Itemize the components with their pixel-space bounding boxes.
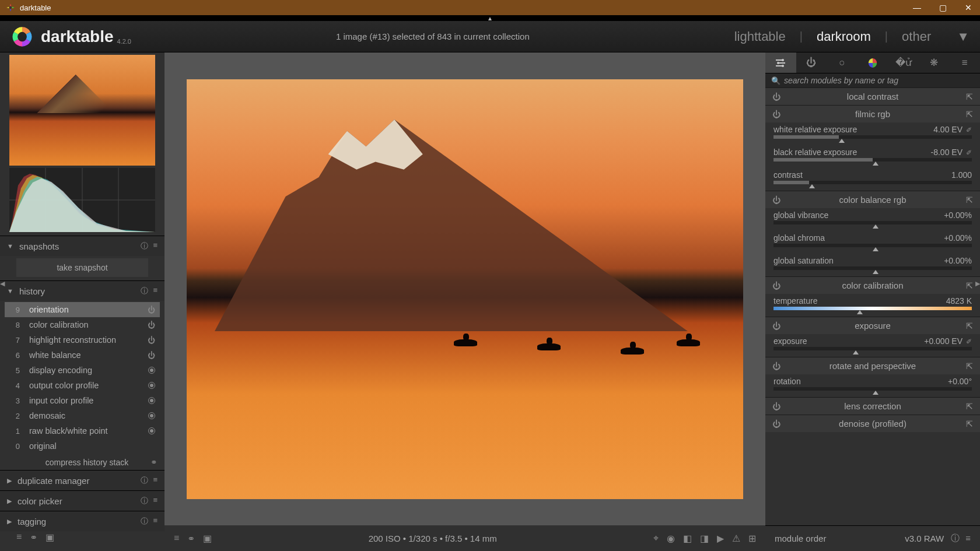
slider-black-exposure[interactable]: black relative exposure-8.00 EV✐ xyxy=(765,145,980,168)
history-item[interactable]: 6white balance⏻ xyxy=(5,348,160,363)
close-button[interactable]: ✕ xyxy=(963,3,974,12)
power-icon[interactable]: ⏻ xyxy=(148,321,155,329)
history-item[interactable]: 8color calibration⏻ xyxy=(5,317,160,332)
power-icon[interactable]: ⏻ xyxy=(772,362,784,371)
power-icon[interactable]: ⏻ xyxy=(148,351,155,360)
slider-global-saturation[interactable]: global saturation+0.00% xyxy=(765,254,980,276)
expand-icon[interactable]: ⇱ xyxy=(961,419,973,429)
history-item[interactable]: 1raw black/white point xyxy=(5,423,160,438)
slider-exposure[interactable]: exposure+0.000 EV✐ xyxy=(765,334,980,357)
presets-icon[interactable]: ≡ xyxy=(153,241,158,251)
presets-icon[interactable]: ≡ xyxy=(174,533,179,544)
maximize-button[interactable]: ▢ xyxy=(937,3,949,12)
tab-active[interactable]: ⏻ xyxy=(796,52,827,73)
history-item[interactable]: 2demosaic xyxy=(5,408,160,423)
duplicate-manager-header[interactable]: ▶ duplicate manager ⓘ≡ xyxy=(0,471,164,490)
module-denoise-profiled[interactable]: ⏻ denoise (profiled) ⇱ xyxy=(765,415,980,432)
left-panel-collapse[interactable]: ◀ xyxy=(0,280,5,287)
reset-icon[interactable]: ⓘ xyxy=(141,475,148,486)
tab-color[interactable] xyxy=(858,52,888,73)
snapshots-header[interactable]: ▼ snapshots ⓘ≡ xyxy=(0,236,164,256)
history-item[interactable]: 9orientation⏻ xyxy=(5,302,160,317)
module-filmic-rgb[interactable]: ⏻ filmic rgb ⇱ xyxy=(765,106,980,122)
slider-global-chroma[interactable]: global chroma+0.00% xyxy=(765,231,980,254)
history-item[interactable]: 0original xyxy=(5,438,160,454)
power-icon[interactable]: ⏻ xyxy=(772,419,784,429)
power-icon[interactable]: ⏻ xyxy=(772,92,784,101)
module-local-contrast[interactable]: ⏻ local contrast ⇱ xyxy=(765,88,980,105)
reset-icon[interactable]: ⓘ xyxy=(141,516,148,527)
reset-icon[interactable]: ⓘ xyxy=(951,533,960,544)
eyedropper-icon[interactable]: ✐ xyxy=(966,126,972,134)
tab-correct[interactable]: �ử xyxy=(888,52,919,73)
power-icon[interactable]: ⏻ xyxy=(772,195,784,205)
eyedropper-icon[interactable]: ✐ xyxy=(966,149,972,157)
slider-global-vibrance[interactable]: global vibrance+0.00% xyxy=(765,208,980,231)
module-exposure[interactable]: ⏻ exposure ⇱ xyxy=(765,317,980,334)
tab-base[interactable]: ○ xyxy=(827,52,858,73)
overexposed-icon[interactable]: ◧ xyxy=(683,533,692,544)
expand-icon[interactable]: ⇱ xyxy=(961,110,973,119)
iso-icon[interactable]: ◉ xyxy=(667,533,675,544)
reset-icon[interactable]: ⓘ xyxy=(141,496,148,506)
eyedropper-icon[interactable]: ✐ xyxy=(966,338,972,346)
reset-icon[interactable]: ⓘ xyxy=(141,241,148,251)
history-item[interactable]: 7highlight reconstruction⏻ xyxy=(5,332,160,348)
slider-contrast[interactable]: contrast1.000 xyxy=(765,168,980,191)
right-panel-collapse[interactable]: ▶ xyxy=(975,280,980,287)
power-icon[interactable]: ⏻ xyxy=(148,306,155,314)
slider-white-exposure[interactable]: white relative exposure4.00 EV✐ xyxy=(765,122,980,145)
module-color-calibration[interactable]: ⏻ color calibration ⇱ xyxy=(765,277,980,294)
expand-icon[interactable]: ⇱ xyxy=(961,362,973,371)
nav-other[interactable]: other xyxy=(902,29,931,44)
expand-icon[interactable]: ⇱ xyxy=(961,321,973,331)
presets-icon[interactable]: ≡ xyxy=(153,286,158,296)
compress-history-button[interactable]: compress history stack ⚭ xyxy=(0,455,164,470)
expand-icon[interactable]: ⇱ xyxy=(961,281,973,290)
power-icon[interactable]: ⏻ xyxy=(772,321,784,331)
styles-icon[interactable]: ⚭ xyxy=(30,532,37,543)
presets-icon[interactable]: ≡ xyxy=(153,475,158,486)
nav-dropdown-icon[interactable]: ▼ xyxy=(957,29,970,44)
module-lens-correction[interactable]: ⏻ lens correction ⇱ xyxy=(765,398,980,415)
module-search[interactable]: 🔍 search modules by name or tag xyxy=(765,73,980,87)
histogram[interactable] xyxy=(9,168,155,232)
presets-icon[interactable]: ≡ xyxy=(153,496,158,506)
tab-quick-access[interactable] xyxy=(765,52,796,73)
color-picker-header[interactable]: ▶ color picker ⓘ≡ xyxy=(0,491,164,511)
quick-access-icon[interactable]: ≡ xyxy=(16,532,22,543)
power-icon[interactable]: ⏻ xyxy=(772,402,784,411)
history-item[interactable]: 3input color profile xyxy=(5,393,160,408)
raw-overexposed-icon[interactable]: ◨ xyxy=(700,533,709,544)
module-order-footer[interactable]: module order v3.0 RAW ⓘ≡ xyxy=(765,525,980,551)
styles-icon[interactable]: ⚭ xyxy=(150,458,158,467)
softproof-icon[interactable]: ▶ xyxy=(717,533,724,544)
tab-effect[interactable]: ❋ xyxy=(919,52,950,73)
nav-darkroom[interactable]: darkroom xyxy=(817,29,871,44)
history-item[interactable]: 5display encoding xyxy=(5,363,160,378)
slider-rotation[interactable]: rotation+0.00° xyxy=(765,374,980,397)
guides-icon[interactable]: ⊞ xyxy=(748,533,756,544)
navigation-preview[interactable] xyxy=(9,55,155,166)
presets-icon[interactable]: ≡ xyxy=(965,533,971,544)
gamut-icon[interactable]: ⚠ xyxy=(732,533,740,544)
second-window-icon[interactable]: ▣ xyxy=(46,532,54,543)
expand-icon[interactable]: ⇱ xyxy=(961,195,973,205)
tab-menu[interactable]: ≡ xyxy=(949,52,980,73)
module-rotate-perspective[interactable]: ⏻ rotate and perspective ⇱ xyxy=(765,357,980,374)
history-header[interactable]: ▼ history ⓘ≡ xyxy=(0,281,164,301)
power-icon[interactable]: ⏻ xyxy=(772,110,784,119)
expand-icon[interactable]: ⇱ xyxy=(961,402,973,411)
image-canvas[interactable] xyxy=(187,79,743,499)
nav-lighttable[interactable]: lighttable xyxy=(734,29,786,44)
power-icon[interactable]: ⏻ xyxy=(772,281,784,290)
presets-icon[interactable]: ≡ xyxy=(153,516,158,527)
take-snapshot-button[interactable]: take snapshot xyxy=(16,258,148,277)
history-item[interactable]: 4output color profile xyxy=(5,378,160,393)
top-panel-toggle[interactable]: ▲ xyxy=(0,15,980,21)
reset-icon[interactable]: ⓘ xyxy=(141,286,148,296)
expand-icon[interactable]: ⇱ xyxy=(961,92,973,101)
slider-temperature[interactable]: temperature4823 K xyxy=(765,294,980,317)
module-color-balance-rgb[interactable]: ⏻ color balance rgb ⇱ xyxy=(765,191,980,208)
minimize-button[interactable]: — xyxy=(911,3,923,12)
